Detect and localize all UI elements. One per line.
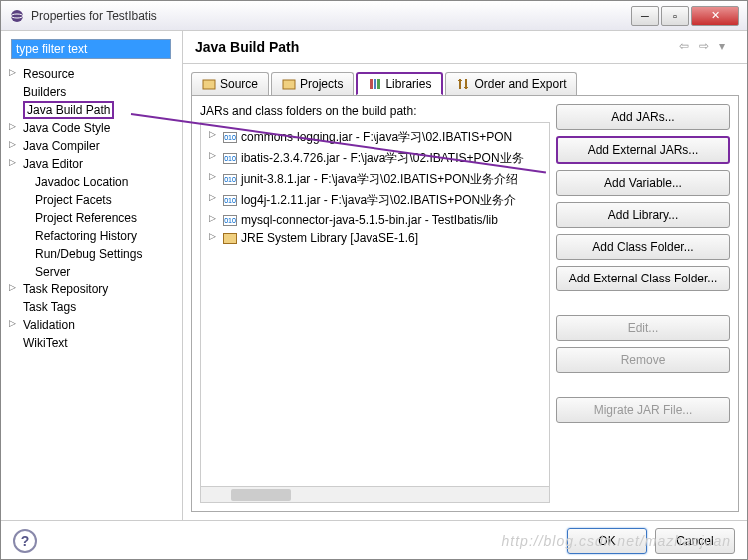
svg-rect-3 [283, 80, 295, 89]
svg-point-0 [11, 10, 23, 22]
add-external-jars-button[interactable]: Add External JARs... [556, 136, 730, 164]
tree-item[interactable]: Task Repository [5, 280, 178, 298]
library-icon [223, 233, 237, 244]
tree-item[interactable]: Java Code Style [5, 119, 178, 137]
menu-icon[interactable]: ▾ [719, 39, 735, 55]
tree-item[interactable]: Project References [5, 209, 178, 227]
order-icon [456, 77, 470, 91]
tab-order-export[interactable]: Order and Export [445, 72, 577, 95]
jar-row[interactable]: 010mysql-connector-java-5.1.5-bin.jar - … [205, 211, 545, 229]
jar-list-label: JARs and class folders on the build path… [200, 104, 550, 118]
jar-row[interactable]: 010log4j-1.2.11.jar - F:\java学习\02.IBATI… [205, 190, 545, 211]
tree-item[interactable]: Resource [5, 65, 178, 83]
horizontal-scrollbar[interactable] [201, 486, 549, 502]
remove-button: Remove [556, 347, 730, 373]
tree-item[interactable]: Java Editor [5, 155, 178, 173]
add-jars-button[interactable]: Add JARs... [556, 104, 730, 130]
svg-rect-5 [374, 79, 376, 89]
projects-icon [282, 77, 296, 91]
libraries-icon [368, 77, 381, 91]
jar-row[interactable]: JRE System Library [JavaSE-1.6] [205, 229, 545, 247]
maximize-button[interactable]: ▫ [661, 6, 689, 26]
tab-projects[interactable]: Projects [271, 72, 354, 95]
migrate-jar-button: Migrate JAR File... [556, 397, 730, 423]
cancel-button[interactable]: Cancel [655, 528, 735, 554]
tab-label: Source [220, 77, 258, 91]
back-icon[interactable]: ⇦ [679, 39, 695, 55]
footer: ? OK Cancel [1, 520, 747, 560]
help-icon[interactable]: ? [13, 529, 37, 553]
tab-label: Projects [300, 77, 343, 91]
tree-item[interactable]: Builders [5, 83, 178, 101]
titlebar: Properties for TestIbatis ─ ▫ ✕ [1, 1, 747, 31]
jar-icon: 010 [223, 195, 237, 206]
tab-source[interactable]: Source [191, 72, 269, 95]
jar-icon: 010 [223, 174, 237, 185]
add-variable-button[interactable]: Add Variable... [556, 170, 730, 196]
page-title: Java Build Path [195, 39, 675, 55]
jar-row[interactable]: 010junit-3.8.1.jar - F:\java学习\02.IBATIS… [205, 169, 545, 190]
jar-list[interactable]: 010commons-logging.jar - F:\java学习\02.IB… [200, 122, 550, 503]
add-class-folder-button[interactable]: Add Class Folder... [556, 234, 730, 260]
tree-item[interactable]: Run/Debug Settings [5, 245, 178, 263]
tab-libraries[interactable]: Libraries [356, 72, 443, 95]
libraries-panel: JARs and class folders on the build path… [191, 95, 739, 512]
button-column: Add JARs... Add External JARs... Add Var… [556, 104, 730, 503]
close-button[interactable]: ✕ [691, 6, 739, 26]
category-tree[interactable]: ResourceBuildersJava Build PathJava Code… [5, 65, 178, 352]
source-icon [202, 77, 216, 91]
tree-item[interactable]: Server [5, 263, 178, 280]
tree-item[interactable]: Validation [5, 316, 178, 334]
filter-input[interactable] [11, 39, 171, 59]
jar-row[interactable]: 010ibatis-2.3.4.726.jar - F:\java学习\02.I… [205, 148, 545, 169]
jar-icon: 010 [223, 215, 237, 226]
jar-row[interactable]: 010commons-logging.jar - F:\java学习\02.IB… [205, 127, 545, 148]
add-library-button[interactable]: Add Library... [556, 202, 730, 228]
tree-item[interactable]: WikiText [5, 334, 178, 352]
tree-item[interactable]: Task Tags [5, 298, 178, 316]
tree-item[interactable]: Java Build Path [5, 101, 178, 119]
svg-rect-6 [377, 79, 380, 89]
svg-rect-4 [370, 79, 373, 89]
tab-row: Source Projects Libraries Order and Expo… [183, 64, 747, 95]
main-header: Java Build Path ⇦ ⇨ ▾ [183, 31, 747, 64]
tab-label: Libraries [385, 77, 431, 91]
minimize-button[interactable]: ─ [631, 6, 659, 26]
forward-icon[interactable]: ⇨ [699, 39, 715, 55]
window-title: Properties for TestIbatis [31, 9, 629, 23]
tree-item[interactable]: Refactoring History [5, 227, 178, 245]
edit-button: Edit... [556, 315, 730, 341]
add-external-class-folder-button[interactable]: Add External Class Folder... [556, 266, 730, 291]
ok-button[interactable]: OK [567, 528, 647, 554]
sidebar: ResourceBuildersJava Build PathJava Code… [1, 31, 183, 520]
eclipse-icon [9, 8, 25, 24]
tab-label: Order and Export [474, 77, 566, 91]
jar-icon: 010 [223, 132, 237, 143]
jar-icon: 010 [223, 153, 237, 164]
tree-item[interactable]: Javadoc Location [5, 173, 178, 191]
tree-item[interactable]: Java Compiler [5, 137, 178, 155]
svg-rect-2 [203, 80, 215, 89]
tree-item[interactable]: Project Facets [5, 191, 178, 209]
